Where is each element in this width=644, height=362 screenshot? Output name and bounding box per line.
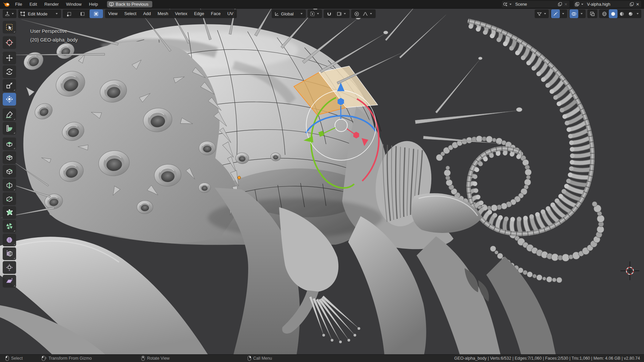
- menu-select[interactable]: Select: [121, 9, 140, 18]
- menu-uv[interactable]: UV: [224, 9, 237, 18]
- pivot-point-icon: [310, 11, 315, 16]
- shading-rendered[interactable]: [626, 9, 635, 18]
- blender-window: File Edit Render Window Help Back to Pre…: [0, 0, 644, 362]
- falloff-curve-icon: [363, 11, 368, 16]
- solid-shading-icon: [610, 11, 616, 16]
- chevron-down-icon: [637, 13, 639, 14]
- chevron-down-icon: [12, 13, 14, 14]
- tool-bevel[interactable]: [3, 165, 16, 178]
- snap-toggle[interactable]: [325, 9, 333, 18]
- menu-edge[interactable]: Edge: [191, 9, 207, 18]
- select-mode-vertex[interactable]: [63, 9, 76, 18]
- scene-selector[interactable]: Scene ✕: [501, 0, 570, 8]
- menu-view[interactable]: View: [105, 9, 121, 18]
- transform-settings-group: Global: [272, 9, 376, 18]
- menu-vertex[interactable]: Vertex: [172, 9, 191, 18]
- select-mode-edge[interactable]: [76, 9, 90, 18]
- tool-inset-faces[interactable]: [3, 151, 16, 164]
- back-to-previous-button[interactable]: Back to Previous: [107, 1, 152, 7]
- overlays-toggle[interactable]: [570, 9, 578, 18]
- menu-file[interactable]: File: [11, 0, 26, 8]
- proportional-editing-toggle[interactable]: [353, 9, 361, 18]
- shading-solid[interactable]: [609, 9, 618, 18]
- orientation-dropdown[interactable]: Global: [272, 9, 306, 18]
- editor-3d-viewport-icon: [5, 11, 10, 16]
- rendered-shading-icon: [628, 11, 633, 16]
- mesh-select-mode-group: [63, 9, 103, 18]
- top-menu-bar: File Edit Render Window Help Back to Pre…: [0, 0, 644, 9]
- mouse-left-icon: [5, 356, 9, 361]
- select-mode-face[interactable]: [90, 9, 103, 18]
- hint-transform-gizmo: Transform From Gizmo: [42, 356, 92, 361]
- gizmos-toggle[interactable]: [551, 9, 560, 18]
- chevron-down-icon: [301, 13, 303, 14]
- tool-transform[interactable]: [3, 93, 16, 106]
- scene-icon: [503, 2, 508, 7]
- viewport-display-group: [535, 9, 641, 18]
- tool-edge-slide[interactable]: [3, 247, 16, 260]
- tool-spin[interactable]: [3, 220, 16, 233]
- overlays-dropdown[interactable]: [578, 9, 585, 18]
- shading-material[interactable]: [618, 9, 626, 18]
- tool-loop-cut[interactable]: [3, 179, 16, 191]
- bevel-icon: [5, 167, 13, 175]
- material-preview-icon: [619, 11, 625, 16]
- tool-measure[interactable]: [3, 122, 16, 135]
- poly-build-icon: [5, 208, 13, 217]
- tool-shear[interactable]: [3, 275, 16, 288]
- viewport-info-overlay: User Perspective (20) GEO-alpha_body: [30, 27, 78, 44]
- shading-wireframe[interactable]: [600, 9, 609, 18]
- menu-window[interactable]: Window: [62, 0, 85, 8]
- inset-faces-icon: [5, 154, 13, 162]
- close-icon[interactable]: ✕: [635, 2, 640, 7]
- proportional-editing-group: [351, 9, 376, 18]
- tool-rotate[interactable]: [3, 65, 16, 78]
- overlays-icon: [571, 11, 577, 16]
- chevron-down-icon: [509, 4, 512, 5]
- chevron-down-icon: [544, 13, 546, 14]
- chevron-down-icon: [344, 13, 346, 14]
- tool-smooth[interactable]: [3, 234, 16, 246]
- view-layer-selector[interactable]: V-alpha.high ✕: [573, 0, 642, 8]
- tool-cursor[interactable]: [3, 36, 16, 49]
- menu-edit[interactable]: Edit: [26, 0, 41, 8]
- extrude-region-icon: [5, 140, 13, 148]
- measure-icon: [5, 124, 13, 132]
- close-icon[interactable]: ✕: [563, 2, 569, 7]
- pivot-point-dropdown[interactable]: [308, 9, 322, 18]
- editor-type-button[interactable]: [3, 9, 16, 18]
- tool-extrude-region[interactable]: [3, 137, 16, 150]
- tool-shrink-fatten[interactable]: [3, 261, 16, 274]
- object-origin-dot: [238, 176, 241, 179]
- mode-dropdown[interactable]: Edit Mode: [18, 9, 61, 18]
- mouse-right-icon: [248, 356, 251, 361]
- tool-scale[interactable]: [3, 79, 16, 92]
- tool-annotate[interactable]: [3, 108, 16, 121]
- falloff-dropdown[interactable]: [361, 9, 374, 18]
- menu-mesh[interactable]: Mesh: [154, 9, 172, 18]
- magnet-icon: [327, 11, 332, 16]
- gizmos-dropdown[interactable]: [560, 9, 567, 18]
- xray-toggle[interactable]: [587, 9, 597, 18]
- wireframe-shading-icon: [602, 11, 607, 16]
- menu-face[interactable]: Face: [208, 9, 224, 18]
- tool-poly-build[interactable]: [3, 206, 16, 219]
- spin-icon: [5, 222, 13, 230]
- chevron-down-icon: [56, 13, 58, 14]
- menu-add[interactable]: Add: [140, 9, 154, 18]
- copy-icon[interactable]: [558, 2, 562, 6]
- menu-help[interactable]: Help: [85, 0, 102, 8]
- show-gizmo-dropdown[interactable]: [535, 9, 549, 18]
- snap-target-dropdown[interactable]: [335, 9, 348, 18]
- hint-rotate-view: Rotate View: [141, 356, 169, 361]
- tool-select-box[interactable]: [3, 21, 16, 34]
- copy-icon[interactable]: [630, 2, 634, 6]
- blender-logo-icon: [3, 1, 10, 7]
- loop-cut-icon: [5, 181, 13, 189]
- edge-slide-icon: [5, 250, 13, 258]
- tool-move[interactable]: [3, 52, 16, 64]
- viewport-canvas[interactable]: [0, 0, 644, 362]
- menu-render[interactable]: Render: [41, 0, 62, 8]
- move-icon: [5, 54, 13, 62]
- tool-knife[interactable]: [3, 192, 16, 205]
